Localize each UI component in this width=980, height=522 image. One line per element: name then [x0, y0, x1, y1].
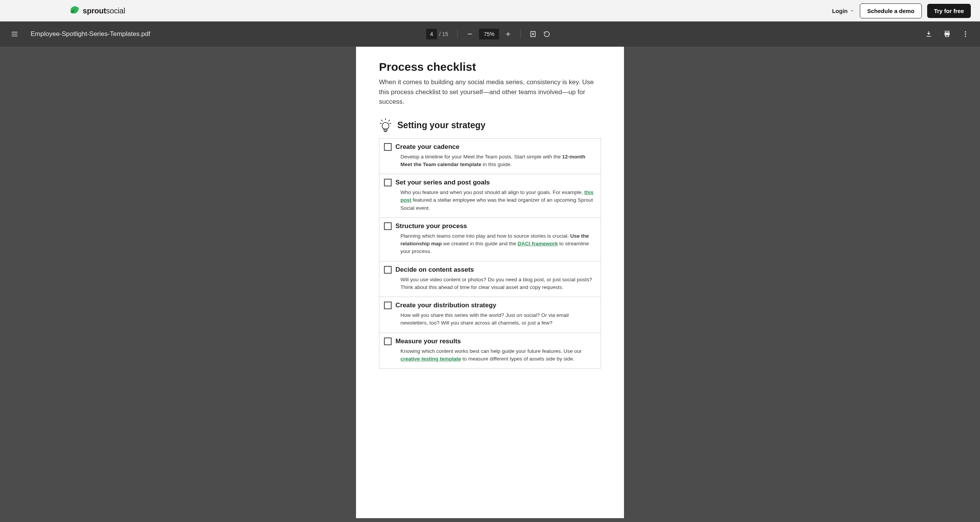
pdf-filename: Employee-Spotlight-Series-Templates.pdf — [31, 30, 150, 38]
zoom-in-button[interactable] — [501, 27, 515, 41]
page-intro: When it comes to building any social med… — [379, 77, 601, 107]
site-navbar: sproutsocial Login Schedule a demo Try f… — [0, 0, 980, 21]
item-title: Create your cadence — [395, 143, 459, 151]
menu-icon[interactable] — [8, 27, 21, 41]
pdf-viewport[interactable]: Process checklist When it comes to build… — [0, 47, 980, 522]
svg-line-10 — [380, 123, 382, 124]
separator — [521, 30, 521, 38]
checklist-item: Create your distribution strategy How wi… — [379, 297, 601, 333]
checkbox[interactable] — [384, 222, 392, 230]
checklist-item: Measure your results Knowing which conte… — [379, 333, 601, 369]
svg-rect-1 — [945, 31, 949, 33]
page-total: / 15 — [437, 31, 452, 37]
login-dropdown[interactable]: Login — [832, 8, 854, 14]
separator — [457, 30, 458, 38]
leaf-icon — [69, 5, 80, 16]
fit-page-button[interactable] — [526, 27, 540, 41]
item-body: How will you share this series with the … — [384, 312, 595, 327]
checklist-item: Structure your process Planning which te… — [379, 218, 601, 261]
item-title: Decide on content assets — [395, 266, 474, 274]
brand-logo[interactable]: sproutsocial — [69, 5, 125, 16]
svg-point-12 — [382, 122, 389, 129]
svg-line-9 — [389, 120, 390, 121]
item-title: Structure your process — [395, 222, 467, 230]
pdf-page: Process checklist When it comes to build… — [356, 47, 624, 518]
pdf-toolbar: Employee-Spotlight-Series-Templates.pdf … — [0, 21, 980, 47]
zoom-level[interactable]: 75% — [479, 29, 499, 39]
item-title: Create your distribution strategy — [395, 302, 497, 309]
item-title: Set your series and post goals — [395, 179, 490, 186]
download-button[interactable] — [922, 27, 936, 41]
svg-point-4 — [965, 31, 966, 33]
checklist-item: Set your series and post goals Who you f… — [379, 174, 601, 218]
checkbox[interactable] — [384, 338, 392, 345]
checklist-item: Create your cadence Develop a timeline f… — [379, 139, 601, 175]
rotate-button[interactable] — [540, 27, 554, 41]
checklist: Create your cadence Develop a timeline f… — [379, 138, 601, 369]
try-for-free-button[interactable]: Try for free — [927, 4, 971, 18]
link-creative-testing-template[interactable]: creative testing template — [400, 356, 461, 362]
item-body: Develop a timeline for your Meet the Tea… — [384, 153, 595, 169]
page-number-input[interactable]: 4 — [426, 29, 437, 39]
checkbox[interactable] — [384, 302, 392, 309]
nav-right: Login Schedule a demo Try for free — [832, 3, 971, 18]
zoom-out-button[interactable] — [463, 27, 477, 41]
checkbox[interactable] — [384, 266, 392, 274]
page-title: Process checklist — [379, 60, 601, 73]
svg-line-8 — [381, 120, 382, 121]
lightbulb-icon — [379, 118, 392, 133]
checkbox[interactable] — [384, 143, 392, 151]
brand-text: sproutsocial — [83, 7, 125, 15]
svg-point-6 — [965, 36, 966, 37]
chevron-down-icon — [850, 8, 854, 13]
schedule-demo-button[interactable]: Schedule a demo — [860, 3, 921, 18]
checkbox[interactable] — [384, 179, 392, 186]
svg-point-5 — [965, 33, 966, 34]
section-title: Setting your strategy — [397, 120, 485, 130]
item-body: Who you feature and when you post should… — [384, 189, 595, 212]
login-label: Login — [832, 8, 848, 14]
checklist-item: Decide on content assets Will you use vi… — [379, 261, 601, 297]
item-title: Measure your results — [395, 338, 461, 345]
item-body: Knowing which content works best can hel… — [384, 347, 595, 363]
item-body: Planning which teams come into play and … — [384, 232, 595, 256]
svg-line-11 — [389, 123, 391, 124]
link-daci-framework[interactable]: DACI framework — [518, 241, 558, 246]
section-header: Setting your strategy — [379, 118, 601, 133]
item-body: Will you use video content or photos? Do… — [384, 276, 595, 292]
print-button[interactable] — [940, 27, 954, 41]
more-options-button[interactable] — [959, 27, 972, 41]
